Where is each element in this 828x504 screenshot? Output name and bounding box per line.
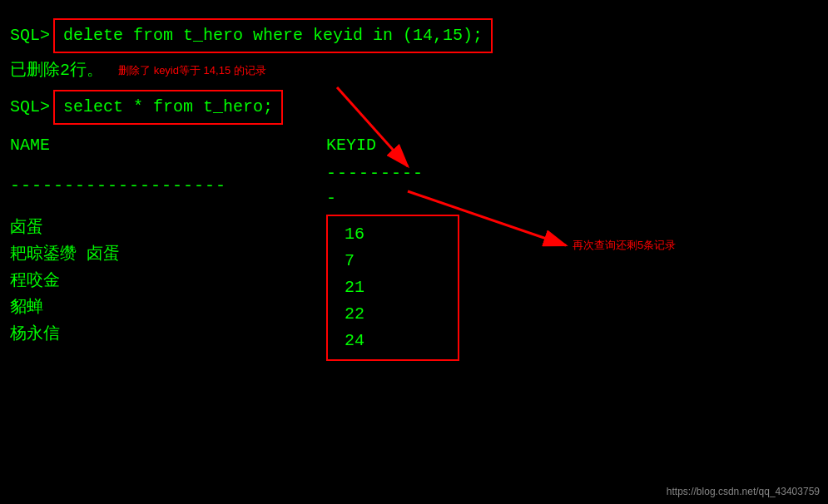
list-item: 杨永信 (10, 321, 310, 348)
deleted-message-line: 已删除2行。 删除了 keyid等于 14,15 的记录 (10, 58, 818, 83)
col-name-header: NAME (10, 133, 310, 158)
table-header: NAME KEYID (10, 133, 818, 158)
keyid-val: 16 (336, 221, 449, 248)
keyid-val: 22 (336, 301, 449, 328)
delete-line: SQL> delete from t_hero where keyid in (… (10, 18, 818, 53)
watermark: https://blog.csdn.net/qq_43403759 (667, 486, 820, 497)
delete-command-box: delete from t_hero where keyid in (14,15… (53, 18, 493, 53)
deleted-msg-text: 已删除2行。 (10, 58, 103, 83)
select-line: SQL> select * from t_hero; (10, 90, 818, 125)
col-keyid-header: KEYID (326, 133, 426, 158)
list-item: 貂蝉 (10, 294, 310, 321)
data-rows: 卤蛋 耙晾鋈缵 卤蛋 程咬金 貂蝉 杨永信 16 7 21 22 24 (10, 215, 818, 361)
keyid-val: 24 (336, 328, 449, 354)
list-item: 卤蛋 (10, 215, 310, 241)
separator-name: -------------------- (10, 174, 310, 199)
terminal: SQL> delete from t_hero where keyid in (… (0, 0, 828, 374)
keyid-val: 21 (336, 274, 449, 301)
select-command-box: select * from t_hero; (53, 90, 283, 125)
names-column: 卤蛋 耙晾鋈缵 卤蛋 程咬金 貂蝉 杨永信 (10, 215, 310, 361)
separator-row: -------------------- ---------- (10, 161, 818, 211)
keyid-val: 7 (336, 248, 449, 274)
delete-annotation: 删除了 keyid等于 14,15 的记录 (118, 62, 266, 79)
separator-keyid: ---------- (326, 161, 426, 211)
select-prompt: SQL> (10, 95, 50, 120)
delete-prompt: SQL> (10, 23, 50, 48)
list-item: 耙晾鋈缵 卤蛋 (10, 241, 310, 268)
keyid-column: 16 7 21 22 24 (326, 215, 459, 361)
list-item: 程咬金 (10, 268, 310, 294)
